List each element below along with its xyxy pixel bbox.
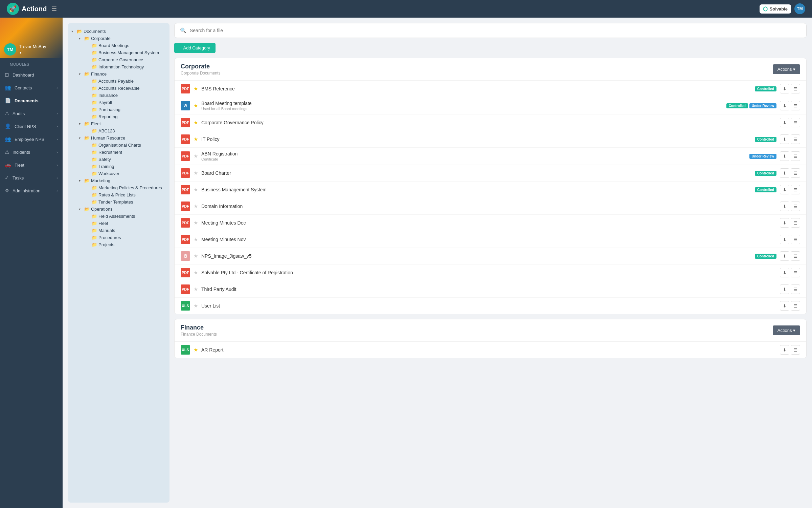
download-button[interactable]: ⬇	[780, 235, 789, 244]
sidebar-item-employee-nps[interactable]: 👥 Employee NPS ›	[0, 133, 63, 146]
menu-button[interactable]: ☰	[791, 101, 800, 110]
star-icon[interactable]: ★	[194, 86, 198, 92]
download-button[interactable]: ⬇	[780, 268, 789, 277]
star-icon[interactable]: ★	[194, 203, 198, 209]
star-icon[interactable]: ★	[194, 103, 198, 109]
top-nav-avatar[interactable]: TM	[794, 3, 805, 14]
download-button[interactable]: ⬇	[780, 168, 789, 178]
menu-button[interactable]: ☰	[791, 185, 800, 194]
star-icon[interactable]: ★	[194, 286, 198, 292]
menu-button[interactable]: ☰	[791, 168, 800, 178]
sidebar-item-fleet[interactable]: 🚗 Fleet ›	[0, 158, 63, 171]
sidebar-item-dashboard[interactable]: ⊡ Dashboard	[0, 68, 63, 81]
menu-button[interactable]: ☰	[791, 235, 800, 244]
download-button[interactable]: ⬇	[780, 284, 789, 294]
tree-item[interactable]: 📁Reporting	[84, 113, 166, 120]
star-icon[interactable]: ★	[194, 136, 198, 142]
tree-item[interactable]: ▾📂Operations📁Field Assessments📁Fleet📁Man…	[77, 206, 166, 248]
file-row: PDF★Meeting Minutes Dec⬇☰	[175, 215, 806, 231]
tree-item[interactable]: 📁Tender Templates	[84, 198, 166, 206]
tree-item[interactable]: 📁Procedures	[84, 234, 166, 241]
tree-item[interactable]: 📁Business Management System	[84, 49, 166, 56]
sidebar-item-incidents[interactable]: ⚠ Incidents ›	[0, 146, 63, 158]
menu-button[interactable]: ☰	[791, 151, 800, 161]
tree-item[interactable]: 📁ABC123	[84, 127, 166, 134]
menu-button[interactable]: ☰	[791, 202, 800, 211]
finance-actions-button[interactable]: Actions ▾	[773, 325, 800, 335]
tree-item[interactable]: 📁Fleet	[84, 220, 166, 227]
tree-item[interactable]: 📁Recruitment	[84, 149, 166, 156]
tree-item[interactable]: 📁Manuals	[84, 227, 166, 234]
sidebar-item-documents[interactable]: 📄 Documents	[0, 94, 63, 107]
sidebar-item-audits[interactable]: ⚠ Audits ›	[0, 107, 63, 120]
menu-button[interactable]: ☰	[791, 218, 800, 228]
tree-item[interactable]: 📁Training	[84, 163, 166, 170]
tree-item[interactable]: 📁Accounts Receivable	[84, 85, 166, 92]
sidebar-item-client-nps[interactable]: 👤 Client NPS ›	[0, 120, 63, 133]
tree-item[interactable]: 📁Rates & Price Lists	[84, 191, 166, 198]
folder-icon: 📁	[92, 157, 97, 162]
menu-button[interactable]: ☰	[791, 84, 800, 93]
tree-item[interactable]: 📁Field Assessments	[84, 213, 166, 220]
corporate-actions-button[interactable]: Actions ▾	[773, 64, 800, 74]
download-button[interactable]: ⬇	[780, 301, 789, 311]
star-icon[interactable]: ★	[194, 120, 198, 126]
add-category-button[interactable]: + Add Category	[174, 43, 216, 53]
sidebar-item-contacts[interactable]: 👥 Contacts ›	[0, 81, 63, 94]
download-button[interactable]: ⬇	[780, 101, 789, 110]
download-button[interactable]: ⬇	[780, 251, 789, 261]
download-button[interactable]: ⬇	[780, 218, 789, 228]
download-button[interactable]: ⬇	[780, 345, 789, 355]
user-dropdown-icon[interactable]: ▾	[20, 50, 22, 55]
folder-icon: 📁	[92, 114, 97, 119]
tree-item[interactable]: 📁Projects	[84, 241, 166, 248]
file-name: NPS_Image_Jigsaw_v5	[201, 253, 751, 259]
tree-item[interactable]: 📁Workcover	[84, 170, 166, 177]
menu-button[interactable]: ☰	[791, 284, 800, 294]
tree-item[interactable]: 📁Corporate Governance	[84, 56, 166, 63]
tree-item[interactable]: 📁Purchasing	[84, 106, 166, 113]
tree-item[interactable]: ▾📂Fleet📁ABC123	[77, 120, 166, 134]
download-button[interactable]: ⬇	[780, 84, 789, 93]
file-name: Solvable Pty Ltd - Certificate of Regist…	[201, 270, 773, 275]
corporate-header: Corporate Corporate Documents Actions ▾	[175, 58, 806, 81]
menu-button[interactable]: ☰	[791, 345, 800, 355]
menu-button[interactable]: ☰	[791, 118, 800, 127]
tree-item[interactable]: ▾📂Documents▾📂Corporate📁Board Meetings📁Bu…	[71, 28, 166, 248]
tree-item[interactable]: 📁Safety	[84, 156, 166, 163]
star-icon[interactable]: ★	[194, 153, 198, 159]
menu-button[interactable]: ☰	[791, 251, 800, 261]
tree-item[interactable]: ▾📂Human Resource📁Organisational Charts📁R…	[77, 134, 166, 177]
download-button[interactable]: ⬇	[780, 118, 789, 127]
tree-item[interactable]: 📁Information Technology	[84, 63, 166, 70]
tree-item[interactable]: 📁Organisational Charts	[84, 142, 166, 149]
tree-item[interactable]: 📁Accounts Payable	[84, 78, 166, 85]
tree-item[interactable]: 📁Board Meetings	[84, 42, 166, 49]
download-button[interactable]: ⬇	[780, 151, 789, 161]
menu-button[interactable]: ☰	[791, 134, 800, 144]
tree-item[interactable]: ▾📂Corporate📁Board Meetings📁Business Mana…	[77, 35, 166, 70]
tree-item[interactable]: ▾📂Finance📁Accounts Payable📁Accounts Rece…	[77, 70, 166, 120]
tree-item[interactable]: 📁Insurance	[84, 92, 166, 99]
star-icon[interactable]: ★	[194, 347, 198, 353]
menu-button[interactable]: ☰	[791, 301, 800, 311]
hamburger-icon[interactable]: ☰	[51, 5, 57, 13]
star-icon[interactable]: ★	[194, 303, 198, 309]
star-icon[interactable]: ★	[194, 253, 198, 259]
star-icon[interactable]: ★	[194, 170, 198, 176]
tree-item[interactable]: ▾📂Marketing📁Marketing Policies & Procedu…	[77, 177, 166, 206]
sidebar-item-tasks[interactable]: ✓ Tasks ›	[0, 171, 63, 184]
tree-item[interactable]: 📁Payroll	[84, 99, 166, 106]
download-button[interactable]: ⬇	[780, 202, 789, 211]
search-input[interactable]	[190, 28, 801, 33]
menu-button[interactable]: ☰	[791, 268, 800, 277]
tree-item[interactable]: 📁Marketing Policies & Procedures	[84, 184, 166, 191]
star-icon[interactable]: ★	[194, 270, 198, 276]
star-icon[interactable]: ★	[194, 236, 198, 242]
sidebar-item-administration[interactable]: ⚙ Administration ›	[0, 184, 63, 197]
star-icon[interactable]: ★	[194, 220, 198, 226]
download-button[interactable]: ⬇	[780, 134, 789, 144]
download-button[interactable]: ⬇	[780, 185, 789, 194]
star-icon[interactable]: ★	[194, 187, 198, 193]
file-row: XLS★AR Report⬇☰	[175, 342, 806, 358]
